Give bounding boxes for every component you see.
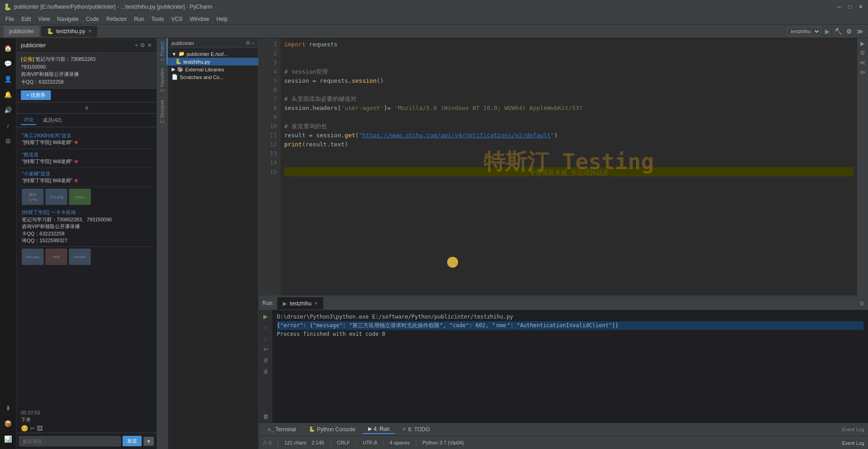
run-config-select[interactable]: testzhihu bbox=[787, 27, 821, 36]
bottom-tab-terminal[interactable]: >_ Terminal bbox=[262, 425, 301, 434]
menu-view[interactable]: View bbox=[35, 15, 54, 23]
tree-item-external-libs[interactable]: ▶ 📚 External Libraries bbox=[168, 65, 258, 73]
bottom-tab-todo[interactable]: ✓ 6: TODO bbox=[397, 425, 435, 434]
run-tab[interactable]: ▶ testzhihu ✕ bbox=[277, 297, 323, 309]
run-play-btn[interactable]: ▶ bbox=[261, 312, 270, 321]
run-filter-btn[interactable]: ⊘ bbox=[261, 355, 270, 364]
thumb-3: mysq... bbox=[69, 189, 91, 205]
run-output-error: {"error": {"message": "第三方应用独立请求时无此操作权限"… bbox=[277, 321, 863, 330]
status-line-ending[interactable]: CRLF bbox=[337, 440, 350, 445]
collapse-btn[interactable]: ∧ bbox=[84, 104, 89, 111]
minimize-button[interactable]: ─ bbox=[835, 3, 843, 10]
chat-settings-btn[interactable]: ⚙ bbox=[140, 42, 145, 49]
mini-icon-notification[interactable]: 🔔 bbox=[2, 88, 15, 101]
run-button[interactable]: ▶ bbox=[823, 27, 832, 36]
emoji-btn[interactable]: 😊 bbox=[21, 425, 28, 432]
event-log-btn[interactable]: Event Log bbox=[842, 427, 864, 432]
event-log[interactable]: Event Log bbox=[842, 440, 864, 446]
code-editor[interactable]: import requests # session管理 session = re… bbox=[281, 38, 857, 295]
py-icon: 🐍 bbox=[175, 59, 182, 65]
tree-item-testzhihu[interactable]: 🐍 testzhihu.py bbox=[168, 58, 258, 65]
more-button[interactable]: ≫ bbox=[855, 27, 864, 36]
file-tab[interactable]: 🐍 testzhihu.py ✕ bbox=[41, 26, 97, 37]
panel-minimize-btn[interactable]: ─ bbox=[251, 40, 255, 46]
run-wrap-btn[interactable]: ↩ bbox=[261, 344, 270, 354]
panel-gear-btn[interactable]: ⚙ bbox=[246, 40, 250, 46]
project-tab[interactable]: publicinter bbox=[4, 26, 39, 37]
menu-file[interactable]: File bbox=[2, 15, 18, 23]
run-output-content: D:\drozer\Python3\python.exe E:/software… bbox=[272, 310, 868, 423]
status-indent[interactable]: 4 spaces bbox=[390, 440, 410, 445]
mini-icon-user[interactable]: 👤 bbox=[2, 73, 15, 85]
menu-code[interactable]: Code bbox=[82, 15, 103, 23]
bottom-tab-run[interactable]: ▶ 4: Run bbox=[363, 425, 395, 434]
tree-item-publicinter[interactable]: ▼ 📁 publicinter E:/sof... bbox=[168, 50, 258, 58]
code-line-5: session = requests.session() bbox=[284, 76, 853, 85]
chat-send-options[interactable]: ▼ bbox=[143, 437, 154, 446]
mini-icon-download[interactable]: ⬇ bbox=[2, 402, 15, 414]
bottom-tab-python-console[interactable]: 🐍 Python Console bbox=[303, 425, 361, 434]
run-settings-btn[interactable]: ⚙ bbox=[859, 300, 864, 307]
mini-icon-grid[interactable]: ⊞ bbox=[2, 135, 15, 147]
run-print-btn[interactable]: 🖨 bbox=[261, 366, 270, 375]
scissors-btn[interactable]: ✂ bbox=[30, 425, 35, 432]
status-position: 2:145 bbox=[312, 440, 325, 445]
right-icon-3[interactable]: ≪ bbox=[859, 59, 866, 66]
tree-item-scratches[interactable]: 📄 Scratches and Co... bbox=[168, 73, 258, 81]
run-down-btn[interactable]: ↓ bbox=[261, 334, 270, 343]
mini-icon-volume[interactable]: 🔊 bbox=[2, 104, 15, 116]
vert-tab-favorites[interactable]: 2: Favorites bbox=[158, 65, 168, 95]
window-title: publicinter [E:/software/Python/publicin… bbox=[14, 4, 835, 10]
build-button[interactable]: 🔨 bbox=[833, 27, 843, 36]
chat-tab-discuss[interactable]: 讨论 bbox=[21, 115, 36, 125]
menu-tools[interactable]: Tools bbox=[148, 15, 168, 23]
run-label: Run: bbox=[262, 300, 274, 306]
run-trash-btn[interactable]: 🗑 bbox=[261, 412, 270, 421]
main-content: 🏠 💬 👤 🔔 🔊 ♪ ⊞ ⬇ 📦 📊 publicinter + ⚙ ✕ [公… bbox=[0, 38, 868, 449]
code-line-1: import requests bbox=[284, 40, 853, 49]
file-tab-close[interactable]: ✕ bbox=[88, 29, 92, 34]
menu-vcs[interactable]: VCS bbox=[168, 15, 186, 23]
right-icon-4[interactable]: ≫ bbox=[859, 69, 866, 75]
folder-icon: 📁 bbox=[178, 51, 185, 57]
mini-icon-stats[interactable]: 📊 bbox=[2, 433, 15, 445]
discount-btn[interactable]: + 优惠券 bbox=[21, 90, 51, 100]
status-python[interactable]: Python 3.7 (Vip04) bbox=[423, 440, 464, 445]
chat-tabs: 讨论 成员(42) bbox=[16, 114, 157, 127]
list-item: [特斯丁学院] 一卡卡咨询 笔记与学习群：730852283、793150090… bbox=[19, 207, 154, 247]
menu-navigate[interactable]: Navigate bbox=[54, 15, 82, 23]
project-panel-header: publicinter ⚙ ─ bbox=[168, 38, 258, 48]
right-icon-1[interactable]: ▶ bbox=[860, 40, 865, 47]
mini-icon-package[interactable]: 📦 bbox=[2, 417, 15, 430]
menu-run[interactable]: Run bbox=[130, 15, 148, 23]
terminal-icon: >_ bbox=[268, 427, 274, 432]
menu-edit[interactable]: Edit bbox=[18, 15, 35, 23]
mini-icon-music[interactable]: ♪ bbox=[2, 119, 15, 132]
image-btn[interactable]: 🖼 bbox=[37, 425, 43, 432]
close-button[interactable]: ✕ bbox=[857, 3, 864, 10]
chat-close-btn[interactable]: ✕ bbox=[147, 42, 152, 49]
chat-add-btn[interactable]: + bbox=[134, 42, 138, 49]
run-tab-close[interactable]: ✕ bbox=[314, 301, 318, 306]
maximize-button[interactable]: □ bbox=[846, 3, 853, 10]
menu-help[interactable]: Help bbox=[213, 15, 232, 23]
menu-window[interactable]: Window bbox=[186, 15, 213, 23]
vert-tab-project[interactable]: 1: Project bbox=[158, 38, 168, 65]
mini-icon-home[interactable]: 🏠 bbox=[2, 42, 15, 55]
mini-icon-chat[interactable]: 💬 bbox=[2, 57, 15, 70]
chat-send-button[interactable]: 发送 bbox=[123, 436, 142, 446]
status-encoding[interactable]: UTF-8 bbox=[363, 440, 377, 445]
mini-sidebar: 🏠 💬 👤 🔔 🔊 ♪ ⊞ ⬇ 📦 📊 bbox=[0, 38, 16, 449]
status-sep-3: | bbox=[355, 439, 357, 447]
chat-sidebar: publicinter + ⚙ ✕ [公告] 笔记与学习群：7308522837… bbox=[16, 38, 157, 449]
list-item: "熊送送 "[特斯丁学院] Will老师" ❀ bbox=[19, 149, 154, 168]
chat-tab-members[interactable]: 成员(42) bbox=[40, 115, 64, 125]
scratches-icon: 📄 bbox=[172, 74, 178, 80]
debug-button[interactable]: ⚙ bbox=[844, 27, 853, 36]
right-icon-2[interactable]: ⚙ bbox=[860, 50, 865, 56]
chat-input[interactable] bbox=[19, 436, 121, 446]
menu-refactor[interactable]: Refactor bbox=[103, 15, 130, 23]
run-up-btn[interactable]: ↑ bbox=[261, 323, 270, 332]
code-line-6 bbox=[284, 85, 853, 95]
vert-tab-structure[interactable]: Z: Structure bbox=[158, 96, 168, 127]
